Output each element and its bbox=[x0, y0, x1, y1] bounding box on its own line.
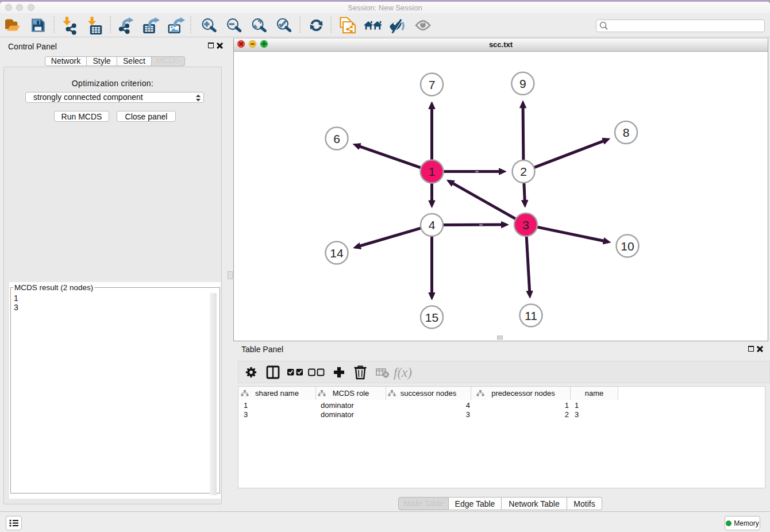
svg-text:8: 8 bbox=[623, 126, 630, 139]
svg-text:6: 6 bbox=[333, 132, 340, 145]
svg-text:9: 9 bbox=[519, 76, 526, 90]
svg-text:f(x): f(x) bbox=[394, 365, 412, 380]
svg-text:4: 4 bbox=[429, 218, 436, 232]
svg-text:7: 7 bbox=[429, 78, 436, 91]
svg-text:10: 10 bbox=[621, 239, 634, 252]
svg-text:2: 2 bbox=[520, 165, 527, 178]
svg-text:15: 15 bbox=[425, 310, 438, 323]
svg-text:11: 11 bbox=[525, 309, 537, 322]
svg-text:14: 14 bbox=[330, 246, 344, 259]
svg-text:1: 1 bbox=[429, 165, 436, 178]
svg-text:3: 3 bbox=[522, 218, 529, 231]
